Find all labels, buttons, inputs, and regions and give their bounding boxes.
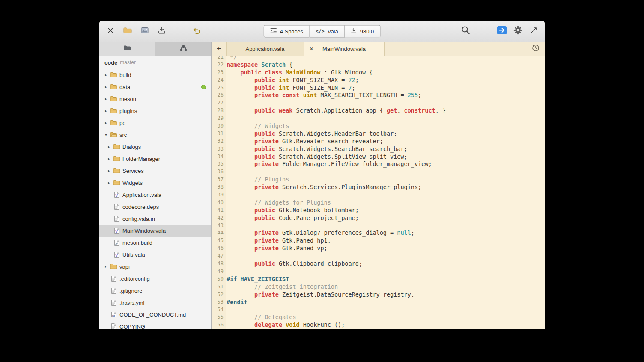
- code-text: public class MainWindow : Gtk.Window {: [226, 69, 373, 77]
- expand-arrow-icon[interactable]: ▸: [106, 169, 112, 173]
- code-line-32[interactable]: 32 private Gtk.Revealer search_revealer;: [212, 138, 545, 145]
- expand-arrow-icon[interactable]: ▸: [103, 97, 109, 101]
- line-number: 33: [212, 145, 226, 153]
- tree-file-Utils.vala[interactable]: VUtils.vala: [99, 249, 211, 261]
- indent-width-button[interactable]: 4 Spaces: [264, 25, 310, 37]
- settings-button[interactable]: [512, 25, 524, 37]
- code-line-48[interactable]: 48 public Gtk.Clipboard clipboard;: [212, 260, 545, 268]
- code-line-21[interactable]: 21 */: [212, 56, 545, 61]
- goto-line-button[interactable]: 980.0: [345, 25, 381, 37]
- tree-folder-data[interactable]: ▸data: [99, 81, 211, 93]
- code-line-46[interactable]: 46 private Gtk.Paned vp;: [212, 245, 545, 252]
- code-line-38[interactable]: 38 private Scratch.Services.PluginsManag…: [212, 184, 545, 191]
- code-line-28[interactable]: 28 public weak Scratch.Application app {…: [212, 107, 545, 115]
- tree-folder-src[interactable]: ▾src: [99, 129, 211, 141]
- code-line-43[interactable]: 43: [212, 222, 545, 230]
- tree-file-meson.build[interactable]: meson.build: [99, 237, 211, 249]
- tree-folder-po[interactable]: ▸po: [99, 117, 211, 129]
- tree-folder-meson[interactable]: ▸meson: [99, 93, 211, 105]
- collapse-arrow-icon[interactable]: ▾: [103, 133, 109, 137]
- tree-file-.gitignore[interactable]: .gitignore: [99, 285, 211, 297]
- tree-file-codecore.deps[interactable]: codecore.deps: [99, 201, 211, 213]
- code-line-23[interactable]: 23 public class MainWindow : Gtk.Window …: [212, 69, 545, 77]
- expand-arrow-icon[interactable]: ▸: [103, 85, 109, 89]
- undo-button[interactable]: [190, 25, 202, 37]
- templates-button[interactable]: [139, 25, 151, 37]
- code-line-51[interactable]: 51 // Zeitgeist integration: [212, 283, 545, 291]
- code-line-44[interactable]: 44 private Gtk.Dialog? preferences_dialo…: [212, 229, 545, 237]
- sidebar-tab-files[interactable]: [99, 42, 155, 56]
- code-line-40[interactable]: 40 // Widgets for Plugins: [212, 199, 545, 207]
- tree-item-label: po: [119, 120, 125, 126]
- code-line-30[interactable]: 30 // Widgets: [212, 122, 545, 130]
- tree-folder-plugins[interactable]: ▸plugins: [99, 105, 211, 117]
- tree-folder-Widgets[interactable]: ▸Widgets: [99, 177, 211, 189]
- share-button[interactable]: [496, 25, 508, 37]
- code-line-56[interactable]: 56 delegate void HookFunc ();: [212, 321, 545, 329]
- code-line-37[interactable]: 37 // Plugins: [212, 176, 545, 184]
- expand-arrow-icon[interactable]: ▸: [106, 181, 112, 185]
- tree-file-COPYING[interactable]: COPYING: [99, 320, 211, 329]
- tree-file-.travis.yml[interactable]: .travis.yml: [99, 297, 211, 309]
- line-number: 30: [212, 122, 226, 130]
- line-number: 24: [212, 77, 226, 84]
- tree-folder-build[interactable]: ▸build: [99, 69, 211, 81]
- code-line-27[interactable]: 27: [212, 99, 545, 107]
- tab-close-icon[interactable]: ✕: [309, 46, 314, 52]
- expand-arrow-icon[interactable]: ▸: [103, 109, 109, 113]
- code-line-39[interactable]: 39: [212, 191, 545, 199]
- search-button[interactable]: [459, 25, 471, 37]
- new-tab-button[interactable]: +: [212, 42, 226, 56]
- code-line-36[interactable]: 36: [212, 168, 545, 176]
- code-line-52[interactable]: 52 private Zeitgeist.DataSourceRegistry …: [212, 291, 545, 299]
- tree-folder-Services[interactable]: ▸Services: [99, 165, 211, 177]
- tree-file-MainWindow.vala[interactable]: VMainWindow.vala: [99, 225, 211, 237]
- tree-folder-vapi[interactable]: ▸vapi: [99, 261, 211, 273]
- close-window-button[interactable]: [104, 25, 116, 37]
- code-line-47[interactable]: 47: [212, 252, 545, 260]
- code-line-50[interactable]: 50#if HAVE_ZEITGEIST: [212, 276, 545, 283]
- expand-arrow-icon[interactable]: ▸: [106, 157, 112, 161]
- tree-file-.editorconfig[interactable]: .editorconfig: [99, 273, 211, 285]
- code-line-35[interactable]: 35 private FolderManager.FileView folder…: [212, 160, 545, 168]
- code-line-25[interactable]: 25 public int FONT_SIZE_MIN = 7;: [212, 84, 545, 92]
- editor-tab-MainWindow.vala[interactable]: ✕MainWindow.vala: [304, 42, 385, 56]
- tree-file-config.vala.in[interactable]: config.vala.in: [99, 213, 211, 225]
- code-line-34[interactable]: 34 public Scratch.Widgets.SplitView spli…: [212, 153, 545, 161]
- code-line-54[interactable]: 54: [212, 306, 545, 314]
- line-number: 35: [212, 160, 226, 168]
- code-line-26[interactable]: 26 private const uint MAX_SEARCH_TEXT_LE…: [212, 92, 545, 99]
- expand-arrow-icon[interactable]: ▸: [103, 121, 109, 125]
- language-button[interactable]: </> Vala: [310, 25, 345, 37]
- code-line-41[interactable]: 41 public Gtk.Notebook bottombar;: [212, 207, 545, 214]
- project-header[interactable]: code master: [99, 56, 211, 69]
- code-line-29[interactable]: 29: [212, 115, 545, 122]
- tree-folder-Dialogs[interactable]: ▸Dialogs: [99, 141, 211, 153]
- sidebar-tab-outline[interactable]: [155, 42, 211, 56]
- fullscreen-button[interactable]: [528, 25, 540, 37]
- tree-file-CODE_OF_CONDUCT.md[interactable]: MCODE_OF_CONDUCT.md: [99, 309, 211, 320]
- line-number: 39: [212, 191, 226, 199]
- code-line-55[interactable]: 55 // Delegates: [212, 314, 545, 321]
- source-view[interactable]: 21 */22namespace Scratch {23 public clas…: [212, 56, 545, 329]
- tree-item-label: COPYING: [119, 323, 145, 329]
- expand-arrow-icon[interactable]: ▸: [106, 145, 112, 149]
- code-line-42[interactable]: 42 public Code.Pane project_pane;: [212, 214, 545, 222]
- code-line-31[interactable]: 31 public Scratch.Widgets.HeaderBar tool…: [212, 130, 545, 138]
- code-line-33[interactable]: 33 public Scratch.Widgets.SearchBar sear…: [212, 145, 545, 153]
- expand-arrow-icon[interactable]: ▸: [103, 73, 109, 77]
- expand-arrow-icon[interactable]: ▸: [103, 264, 109, 269]
- line-number: 25: [212, 84, 226, 92]
- save-as-button[interactable]: [156, 25, 168, 37]
- open-file-button[interactable]: [122, 25, 134, 37]
- code-text: private Gtk.Paned hp1;: [226, 237, 331, 245]
- tree-file-Application.vala[interactable]: VApplication.vala: [99, 189, 211, 201]
- code-line-45[interactable]: 45 private Gtk.Paned hp1;: [212, 237, 545, 245]
- code-line-24[interactable]: 24 public int FONT_SIZE_MAX = 72;: [212, 77, 545, 84]
- editor-tab-Application.vala[interactable]: Application.vala: [226, 42, 304, 56]
- history-button[interactable]: [527, 42, 545, 56]
- code-line-22[interactable]: 22namespace Scratch {: [212, 61, 545, 69]
- tree-folder-FolderManager[interactable]: ▸FolderManager: [99, 153, 211, 165]
- code-line-49[interactable]: 49: [212, 268, 545, 276]
- code-line-53[interactable]: 53#endif: [212, 299, 545, 306]
